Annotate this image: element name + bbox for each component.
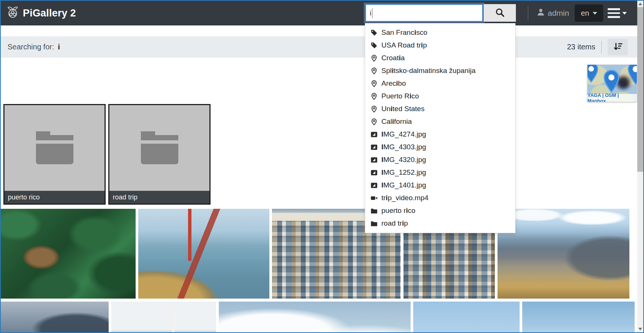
hamburger-icon bbox=[608, 8, 620, 18]
folder-icon bbox=[36, 131, 73, 165]
photo-thumbnail-cloudy-sky-wide[interactable] bbox=[219, 302, 411, 333]
autocomplete-item[interactable]: IMG_4320.jpg bbox=[365, 153, 515, 166]
autocomplete-item[interactable]: IMG_4303.jpg bbox=[365, 141, 515, 153]
chevron-down-icon bbox=[593, 12, 597, 15]
folder-icon bbox=[141, 131, 178, 165]
video-icon bbox=[371, 195, 378, 202]
autocomplete-item[interactable]: United States bbox=[365, 103, 515, 115]
autocomplete-item[interactable]: puerto rico bbox=[365, 204, 515, 217]
autocomplete-item-label: Croatia bbox=[381, 54, 405, 62]
folder-name: puerto rico bbox=[4, 191, 105, 204]
sort-descending-icon bbox=[613, 42, 623, 53]
main-menu-button[interactable] bbox=[608, 1, 627, 25]
autocomplete-item[interactable]: Splitsko-dalmatinska županija bbox=[365, 64, 515, 77]
photo-thumbnail-golden-gate-bridge[interactable] bbox=[138, 209, 269, 299]
pin-icon bbox=[371, 118, 378, 125]
folder-icon bbox=[371, 220, 378, 227]
folder-tile[interactable]: road trip bbox=[108, 104, 211, 205]
results-bar-divider bbox=[601, 41, 602, 54]
autocomplete-item[interactable]: IMG_4274.jpg bbox=[365, 128, 515, 141]
image-icon bbox=[371, 144, 378, 151]
autocomplete-item-label: Splitsko-dalmatinska županija bbox=[381, 67, 475, 75]
autocomplete-item[interactable]: San Francisco bbox=[365, 26, 515, 39]
image-icon bbox=[371, 182, 378, 189]
autocomplete-item-label: IMG_4320.jpg bbox=[381, 156, 426, 164]
chevron-down-icon bbox=[622, 12, 627, 15]
photo-thumbnail-blue-sky-clouds[interactable] bbox=[413, 302, 520, 333]
image-icon bbox=[371, 131, 378, 138]
autocomplete-item-label: United States bbox=[381, 105, 424, 113]
autocomplete-item-label: trip_video.mp4 bbox=[381, 194, 429, 202]
scrollbar-thumb[interactable] bbox=[637, 7, 643, 172]
autocomplete-item-label: IMG_4303.jpg bbox=[381, 143, 426, 151]
autocomplete-item[interactable]: Croatia bbox=[365, 52, 515, 64]
photo-thumbnail-mountain-valley[interactable] bbox=[498, 209, 629, 299]
pin-icon bbox=[371, 55, 378, 62]
raspberry-pi-logo-icon bbox=[6, 6, 19, 21]
autocomplete-item[interactable]: California bbox=[365, 115, 515, 128]
pin-icon bbox=[371, 80, 378, 87]
app-title: PiGallery 2 bbox=[23, 7, 76, 19]
folder-tile[interactable]: puerto rico bbox=[3, 104, 106, 205]
results-bar: Searching for: i 23 items bbox=[1, 36, 637, 58]
autocomplete-item-label: San Francisco bbox=[381, 28, 427, 37]
arrow-up-icon bbox=[638, 3, 642, 5]
tag-icon bbox=[371, 42, 378, 49]
folder-icon bbox=[371, 207, 378, 214]
photo-thumbnail-squirrel-leaves[interactable] bbox=[1, 209, 136, 299]
text-caret bbox=[372, 8, 372, 18]
photo-thumbnail-teal-buildings[interactable] bbox=[111, 302, 216, 333]
navbar: PiGallery 2 i admin bbox=[1, 1, 637, 25]
scroll-down-button[interactable] bbox=[637, 326, 643, 332]
autocomplete-item[interactable]: road trip bbox=[365, 217, 515, 230]
autocomplete-item-label: road trip bbox=[381, 219, 408, 227]
autocomplete-item-label: IMG_4274.jpg bbox=[381, 130, 426, 138]
user-icon bbox=[536, 8, 545, 18]
language-dropdown-button[interactable]: en bbox=[575, 4, 603, 22]
search-input-value: i bbox=[370, 9, 371, 17]
app-window: PiGallery 2 i admin bbox=[0, 0, 644, 333]
search-input[interactable]: i bbox=[365, 4, 483, 22]
autocomplete-item[interactable]: Puerto Rico bbox=[365, 90, 515, 103]
user-menu[interactable]: admin bbox=[536, 1, 569, 25]
photo-grid-row-2 bbox=[1, 302, 635, 333]
photo-thumbnail-city-skyline[interactable] bbox=[522, 302, 635, 333]
autocomplete-item[interactable]: IMG_1252.jpg bbox=[365, 166, 515, 179]
pin-icon bbox=[371, 93, 378, 100]
searching-for-label: Searching for: bbox=[7, 43, 54, 51]
tag-icon bbox=[371, 29, 378, 36]
autocomplete-item-label: California bbox=[381, 117, 412, 126]
brand[interactable]: PiGallery 2 bbox=[6, 1, 76, 25]
photo-grid-row-1 bbox=[1, 209, 629, 299]
autocomplete-item-label: IMG_1252.jpg bbox=[381, 168, 426, 177]
folder-name: road trip bbox=[109, 191, 209, 204]
vertical-scrollbar[interactable] bbox=[637, 1, 643, 332]
autocomplete-item-label: Arecibo bbox=[381, 79, 406, 88]
map-thumbnail[interactable]: YAGA | OSM | Mapbox bbox=[587, 65, 637, 102]
map-pin-icon bbox=[587, 65, 599, 85]
folder-grid: puerto ricoroad trip bbox=[3, 104, 211, 205]
image-icon bbox=[371, 156, 378, 164]
search-icon bbox=[495, 8, 505, 18]
autocomplete-item[interactable]: trip_video.mp4 bbox=[365, 192, 515, 204]
autocomplete-item-label: Puerto Rico bbox=[381, 92, 419, 100]
map-pin-icon bbox=[602, 70, 620, 95]
photo-thumbnail-storm-sea[interactable] bbox=[1, 302, 109, 333]
scroll-up-button[interactable] bbox=[637, 1, 643, 7]
search-button[interactable] bbox=[484, 4, 516, 22]
map-pin-icon bbox=[626, 65, 637, 87]
user-name-label: admin bbox=[548, 9, 569, 18]
navbar-divider bbox=[528, 6, 528, 20]
arrow-down-icon bbox=[638, 328, 642, 330]
autocomplete-item[interactable]: Arecibo bbox=[365, 77, 515, 90]
search-query-text: i bbox=[58, 43, 60, 51]
image-icon bbox=[371, 169, 378, 176]
pin-icon bbox=[371, 106, 378, 113]
autocomplete-item[interactable]: USA Road trip bbox=[365, 39, 515, 52]
autocomplete-item[interactable]: IMG_1401.jpg bbox=[365, 179, 515, 192]
search-autocomplete: San FranciscoUSA Road tripCroatiaSplitsk… bbox=[365, 23, 515, 233]
autocomplete-item-label: IMG_1401.jpg bbox=[381, 181, 426, 189]
sort-button[interactable] bbox=[608, 39, 628, 55]
autocomplete-item-label: puerto rico bbox=[381, 207, 415, 215]
items-count-label: 23 items bbox=[567, 43, 595, 51]
